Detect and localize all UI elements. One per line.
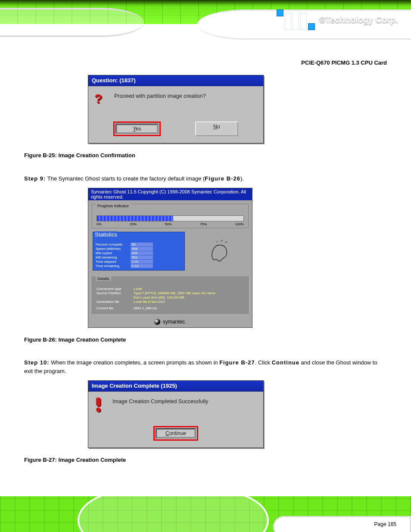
symantec-icon (154, 319, 160, 325)
step-10: Step 10: When the image creation complet… (24, 358, 387, 375)
figure-b26: Symantec Ghost 11.5 Copyright (C) 1998-2… (88, 188, 252, 328)
page-body: PCIE-Q670 PICMG 1.3 CPU Card Question: (… (0, 48, 411, 483)
swoosh-left (0, 8, 144, 37)
symantec-brand: symantec. (88, 317, 252, 327)
stats-row: Statistics Percent complete52 Speed (MB/… (88, 232, 252, 274)
question-icon: ? (94, 92, 106, 107)
progress-ticks: 0% 25% 50% 75% 100% (97, 222, 244, 226)
no-button[interactable]: No (195, 121, 238, 136)
yes-highlight-box: Yes (113, 121, 161, 136)
ghost-window: Symantec Ghost 11.5 Copyright (C) 1998-2… (88, 188, 252, 328)
question-message: Proceed with partition image creation? (114, 92, 206, 99)
figure-b25: Question: (1837) ? Proceed with partitio… (88, 75, 264, 143)
figure-b26-caption: Figure B-26: Image Creation Complete (24, 336, 387, 344)
swoosh-bottom (78, 490, 269, 532)
bottom-banner: Page 165 (0, 496, 411, 532)
ghost-icon (190, 232, 248, 271)
exclamation-icon (94, 398, 105, 411)
complete-message: Image Creation Completed Successfully (112, 398, 208, 404)
complete-dialog: Image Creation Complete (1925) Image Cre… (88, 380, 264, 448)
progress-fill (97, 216, 173, 221)
brand-block: ®Technology Corp. (277, 9, 398, 30)
top-banner: ®Technology Corp. (0, 0, 411, 48)
symantec-label: symantec. (163, 319, 187, 325)
iei-logo-icon (277, 9, 315, 30)
progress-label: Progress Indicator (96, 204, 131, 208)
continue-highlight-box: Continue (153, 426, 198, 441)
doc-title-right: PCIE-Q670 PICMG 1.3 CPU Card (24, 59, 387, 65)
progress-bar (97, 215, 244, 221)
figure-b25-caption: Figure B-25: Image Creation Confirmation (24, 151, 387, 160)
yes-button[interactable]: Yes (115, 124, 159, 134)
statistics-panel: Statistics Percent complete52 Speed (MB/… (93, 232, 185, 271)
progress-panel: Progress Indicator 0% 25% 50% 75% 100% (92, 204, 249, 228)
ghost-titlebar: Symantec Ghost 11.5 Copyright (C) 1998-2… (88, 188, 252, 200)
step-10-label: Step 10: (24, 359, 50, 366)
step-9-label: Step 9: (24, 175, 46, 182)
continue-button[interactable]: Continue (156, 428, 196, 439)
page-number: Page 165 (374, 521, 396, 527)
complete-dialog-title: Image Creation Complete (1925) (88, 381, 263, 392)
doc-title: PCIE-Q670 PICMG 1.3 CPU Card (301, 59, 387, 67)
question-dialog: Question: (1837) ? Proceed with partitio… (88, 75, 264, 143)
question-dialog-title: Question: (1837) (88, 75, 263, 86)
figure-b27-caption: Figure B-27: Image Creation Complete (24, 456, 387, 464)
brand-text: ®Technology Corp. (319, 15, 398, 25)
step-9: Step 9: The Symantec Ghost starts to cre… (24, 174, 387, 183)
details-panel: Details Connection typeLocal Source Part… (92, 277, 249, 314)
figure-b27: Image Creation Complete (1925) Image Cre… (88, 380, 264, 448)
